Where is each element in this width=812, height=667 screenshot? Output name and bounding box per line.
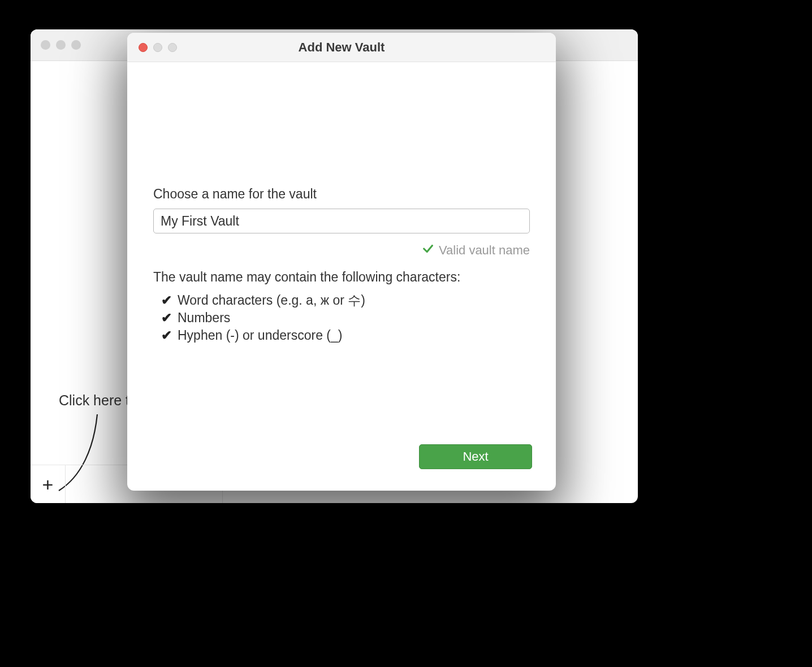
dialog-title: Add New Vault (127, 40, 556, 55)
next-button-label: Next (463, 449, 488, 464)
vault-name-label: Choose a name for the vault (153, 187, 530, 202)
vault-name-input[interactable] (153, 209, 530, 233)
add-vault-button[interactable]: + (31, 465, 66, 503)
click-here-hint: Click here to (59, 392, 137, 409)
validation-row: Valid vault name (153, 242, 530, 258)
rules-intro: The vault name may contain the following… (153, 270, 530, 285)
rule-text: Word characters (e.g. a, ж or 수) (178, 292, 365, 309)
bg-traffic-light-minimize[interactable] (56, 40, 66, 50)
dialog-close-button[interactable] (139, 43, 148, 52)
plus-icon: + (42, 474, 54, 496)
checkmark-icon: ✔ (161, 309, 172, 327)
checkmark-icon (422, 242, 434, 258)
rule-text: Hyphen (-) or underscore (_) (178, 327, 342, 344)
bg-traffic-light-zoom[interactable] (71, 40, 81, 50)
dialog-titlebar: Add New Vault (127, 33, 556, 62)
rule-text: Numbers (178, 309, 230, 327)
next-button[interactable]: Next (419, 444, 532, 469)
rules-list: ✔ Word characters (e.g. a, ж or 수) ✔ Num… (153, 292, 530, 344)
dialog-minimize-button[interactable] (153, 43, 162, 52)
dialog-content: Choose a name for the vault Valid vault … (127, 62, 556, 433)
add-vault-dialog: Add New Vault Choose a name for the vaul… (127, 33, 556, 491)
checkmark-icon: ✔ (161, 327, 172, 344)
bg-traffic-light-close[interactable] (41, 40, 50, 50)
validation-text: Valid vault name (439, 243, 530, 258)
dialog-zoom-button[interactable] (168, 43, 177, 52)
rule-item: ✔ Word characters (e.g. a, ж or 수) (161, 292, 530, 309)
dialog-footer: Next (127, 433, 556, 491)
checkmark-icon: ✔ (161, 292, 172, 309)
rule-item: ✔ Hyphen (-) or underscore (_) (161, 327, 530, 344)
rule-item: ✔ Numbers (161, 309, 530, 327)
